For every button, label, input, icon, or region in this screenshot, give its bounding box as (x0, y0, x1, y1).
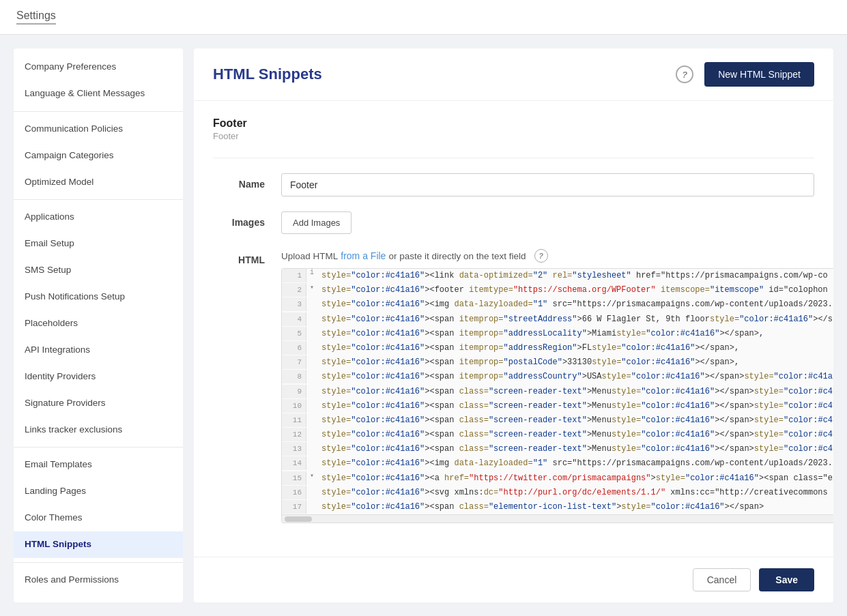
sidebar-divider (14, 111, 183, 112)
code-line: 12 style="color:#c41a16"><span class="sc… (282, 428, 833, 442)
line-number: 15 (282, 471, 306, 485)
sidebar-item-push-notifications-setup[interactable]: Push Notifications Setup (14, 284, 183, 310)
line-content: style="color:#c41a16"><span class="scree… (317, 413, 833, 428)
html-label: HTML (213, 249, 281, 265)
code-line: 2▾style="color:#c41a16"><footer itemtype… (282, 283, 833, 297)
sidebar-item-email-setup[interactable]: Email Setup (14, 231, 183, 257)
line-content: style="color:#c41a16"><link data-optimiz… (317, 269, 833, 283)
sidebar-item-html-snippets[interactable]: HTML Snippets (14, 531, 183, 558)
line-number: 5 (282, 327, 306, 340)
save-button[interactable]: Save (759, 568, 814, 591)
sidebar-item-api-integrations[interactable]: API Integrations (14, 337, 183, 364)
html-form-row: HTML Upload HTML from a File or paste it… (213, 249, 814, 523)
sidebar-item-optimized-model[interactable]: Optimized Model (14, 169, 183, 196)
line-number: 2 (282, 283, 306, 297)
top-bar: Settings (0, 0, 847, 35)
main-panel: HTML Snippets ? New HTML Snippet Footer … (194, 48, 833, 602)
app-title: Settings (16, 10, 56, 25)
html-field-container: Upload HTML from a File or paste it dire… (281, 249, 833, 523)
line-number: 9 (282, 385, 306, 398)
line-content: style="color:#c41a16"><svg xmlns:dc="htt… (317, 486, 833, 500)
html-from-file-link[interactable]: from a File (341, 250, 386, 261)
sidebar-item-users[interactable]: Users (14, 593, 183, 602)
code-line: 8 style="color:#c41a16"><span itemprop="… (282, 370, 833, 384)
line-content: style="color:#c41a16"><span class="scree… (317, 428, 833, 442)
sidebar-item-applications[interactable]: Applications (14, 204, 183, 231)
code-line: 10 style="color:#c41a16"><span class="sc… (282, 399, 833, 413)
code-line: 14 style="color:#c41a16"><img data-lazyl… (282, 456, 833, 471)
code-line: 16 style="color:#c41a16"><svg xmlns:dc="… (282, 486, 833, 500)
images-label: Images (213, 211, 281, 228)
sidebar: Company PreferencesLanguage & Client Mes… (14, 48, 183, 602)
sidebar-item-sms-setup[interactable]: SMS Setup (14, 257, 183, 284)
code-line: 5 style="color:#c41a16"><span itemprop="… (282, 327, 833, 341)
sidebar-divider (14, 199, 183, 200)
code-line: 1istyle="color:#c41a16"><link data-optim… (282, 269, 833, 283)
sidebar-item-signature-providers[interactable]: Signature Providers (14, 390, 183, 417)
sidebar-item-company-preferences[interactable]: Company Preferences (14, 54, 183, 80)
line-number: 4 (282, 312, 306, 326)
sidebar-item-language-client-messages[interactable]: Language & Client Messages (14, 80, 183, 107)
code-scrollbar[interactable] (282, 514, 833, 523)
name-input[interactable] (281, 173, 814, 196)
sidebar-item-roles-and-permissions[interactable]: Roles and Permissions (14, 567, 183, 593)
line-marker: ▾ (306, 283, 317, 291)
snippet-header: Footer Footer (213, 117, 814, 141)
line-number: 10 (282, 399, 306, 413)
sidebar-divider (14, 562, 183, 563)
add-images-button[interactable]: Add Images (281, 211, 351, 234)
line-content: style="color:#c41a16"><span class="scree… (317, 385, 833, 399)
code-line: 13 style="color:#c41a16"><span class="sc… (282, 442, 833, 456)
name-form-row: Name (213, 173, 814, 196)
line-number: 1 (282, 269, 306, 282)
new-html-snippet-button[interactable]: New HTML Snippet (704, 62, 814, 87)
line-content: style="color:#c41a16"><span itemprop="ad… (317, 370, 833, 384)
code-lines: 1istyle="color:#c41a16"><link data-optim… (282, 269, 833, 514)
panel-body: Footer Footer Name Images Add Images (194, 101, 833, 557)
images-field-container: Add Images (281, 211, 814, 234)
help-icon-label: ? (682, 70, 687, 80)
line-number: 13 (282, 442, 306, 456)
sidebar-item-identity-providers[interactable]: Identity Providers (14, 364, 183, 390)
code-line: 7 style="color:#c41a16"><span itemprop="… (282, 355, 833, 370)
html-upload-prefix: Upload HTML (281, 251, 338, 261)
sidebar-item-campaign-categories[interactable]: Campaign Categories (14, 143, 183, 169)
line-content: style="color:#c41a16"><a href="https://t… (317, 471, 833, 486)
line-number: 3 (282, 297, 306, 311)
line-content: style="color:#c41a16"><span class="eleme… (317, 500, 833, 514)
line-marker: i (306, 269, 317, 276)
code-line: 3 style="color:#c41a16"><img data-lazylo… (282, 297, 833, 312)
cancel-button[interactable]: Cancel (693, 568, 751, 591)
sidebar-divider (14, 447, 183, 448)
code-line: 15▾ style="color:#c41a16"><a href="https… (282, 471, 833, 486)
line-number: 17 (282, 500, 306, 514)
line-marker: ▾ (306, 471, 317, 480)
sidebar-item-color-themes[interactable]: Color Themes (14, 505, 183, 531)
html-upload-row: Upload HTML from a File or paste it dire… (281, 249, 833, 263)
sidebar-item-links-tracker-exclusions[interactable]: Links tracker exclusions (14, 417, 183, 443)
sidebar-item-email-templates[interactable]: Email Templates (14, 452, 183, 478)
sidebar-item-placeholders[interactable]: Placeholders (14, 310, 183, 337)
panel-header: HTML Snippets ? New HTML Snippet (194, 48, 833, 101)
images-form-row: Images Add Images (213, 211, 814, 234)
line-number: 11 (282, 413, 306, 427)
html-upload-suffix: or paste it directly on the text field (388, 251, 526, 261)
scrollbar-thumb[interactable] (285, 516, 312, 522)
line-content: style="color:#c41a16"><span class="scree… (317, 442, 833, 456)
line-content: style="color:#c41a16"><footer itemtype="… (317, 283, 833, 297)
name-field-container (281, 173, 814, 196)
line-content: style="color:#c41a16"><span class="scree… (317, 399, 833, 413)
sidebar-item-landing-pages[interactable]: Landing Pages (14, 478, 183, 505)
sidebar-item-communication-policies[interactable]: Communication Policies (14, 116, 183, 143)
line-number: 14 (282, 456, 306, 470)
line-number: 7 (282, 355, 306, 369)
code-line: 4 style="color:#c41a16"><span itemprop="… (282, 312, 833, 327)
code-editor[interactable]: 1istyle="color:#c41a16"><link data-optim… (281, 268, 833, 523)
line-content: style="color:#c41a16"><span itemprop="ad… (317, 341, 833, 355)
line-content: style="color:#c41a16"><img data-lazyload… (317, 456, 833, 471)
help-icon-button[interactable]: ? (676, 65, 693, 83)
snippet-name: Footer (213, 117, 814, 130)
html-help-icon[interactable]: ? (534, 249, 548, 263)
line-content: style="color:#c41a16"><span itemprop="po… (317, 355, 833, 370)
code-line: 11 style="color:#c41a16"><span class="sc… (282, 413, 833, 428)
